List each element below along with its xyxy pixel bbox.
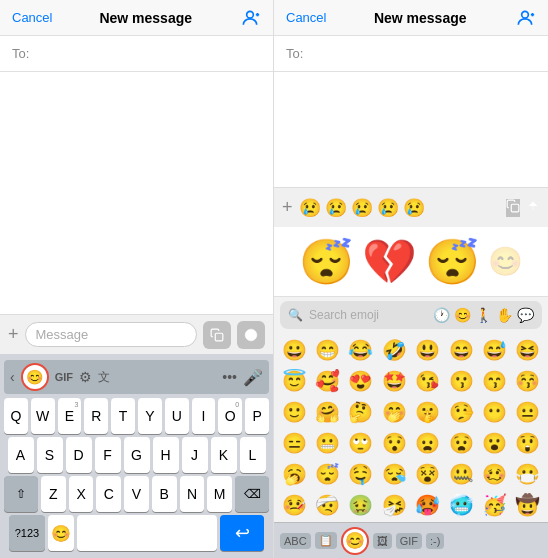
emoji-cell[interactable]: 🤠	[512, 490, 544, 520]
emoji-cell[interactable]: 😄	[445, 335, 477, 365]
right-cancel-button[interactable]: Cancel	[286, 10, 326, 25]
emoji-cell[interactable]: 🤥	[445, 397, 477, 427]
key-o[interactable]: O0	[218, 398, 242, 434]
chat-icon[interactable]: 💬	[517, 307, 534, 323]
key-e[interactable]: E3	[58, 398, 82, 434]
people-icon[interactable]: 🚶	[475, 307, 492, 323]
emoji-cell[interactable]: 😘	[412, 366, 444, 396]
emoji-cell[interactable]: 😷	[512, 459, 544, 489]
emoji-cell[interactable]: 😧	[445, 428, 477, 458]
key-m[interactable]: M	[207, 476, 232, 512]
back-button[interactable]: ‹	[10, 369, 15, 385]
key-k[interactable]: K	[211, 437, 237, 473]
emoji-bottom-active-button[interactable]: 😊	[341, 527, 369, 555]
translate-tool-button[interactable]: 文	[98, 369, 110, 386]
emoji-search-bar[interactable]: 🔍 Search emoji 🕐 😊 🚶 ✋ 💬	[280, 301, 542, 329]
key-z[interactable]: Z	[41, 476, 66, 512]
emoji-cell[interactable]: 😙	[478, 366, 510, 396]
emoji-cell[interactable]: 🤩	[378, 366, 410, 396]
emoji-cell[interactable]: 🤣	[378, 335, 410, 365]
emoji-cell[interactable]: 😶	[478, 397, 510, 427]
left-cancel-button[interactable]: Cancel	[12, 10, 52, 25]
emoji-cell[interactable]: 🤗	[311, 397, 343, 427]
emoji-cell[interactable]: 🤭	[378, 397, 410, 427]
emoji-cell[interactable]: 😪	[378, 459, 410, 489]
emoji-cell[interactable]: 😑	[278, 428, 310, 458]
key-i[interactable]: I	[192, 398, 216, 434]
left-copy-button[interactable]	[203, 321, 231, 349]
text-emoji-button[interactable]: :-)	[426, 533, 444, 549]
key-q[interactable]: Q	[4, 398, 28, 434]
featured-emoji-2[interactable]: 💔	[362, 240, 417, 284]
gif-tool-button[interactable]: GIF	[55, 371, 73, 383]
emoji-cell[interactable]: 🤔	[345, 397, 377, 427]
emoji-tool-button[interactable]: 😊	[21, 363, 49, 391]
key-d[interactable]: D	[66, 437, 92, 473]
emoji-cell[interactable]: 😂	[345, 335, 377, 365]
emoji-plus-button[interactable]: +	[282, 197, 293, 218]
gif-bottom-button[interactable]: GIF	[396, 533, 422, 549]
emoji-suggestion-2[interactable]: 😢	[325, 197, 347, 219]
emoji-cell[interactable]: 😆	[512, 335, 544, 365]
key-y[interactable]: Y	[138, 398, 162, 434]
emoji-cell[interactable]: 🤒	[278, 490, 310, 520]
mic-button[interactable]: 🎤	[243, 368, 263, 387]
key-c[interactable]: C	[96, 476, 121, 512]
emoji-cell[interactable]: 🥴	[478, 459, 510, 489]
key-b[interactable]: B	[152, 476, 177, 512]
key-f[interactable]: F	[95, 437, 121, 473]
emoji-cell[interactable]: 🤧	[378, 490, 410, 520]
left-message-input[interactable]: Message	[25, 322, 197, 347]
right-contact-icon[interactable]	[514, 7, 536, 29]
key-u[interactable]: U	[165, 398, 189, 434]
key-shift[interactable]: ⇧	[4, 476, 38, 512]
emoji-cell[interactable]: 😗	[445, 366, 477, 396]
emoji-suggestion-1[interactable]: 😢	[299, 197, 321, 219]
key-h[interactable]: H	[153, 437, 179, 473]
featured-emoji-3[interactable]: 😴	[425, 240, 480, 284]
emoji-cell[interactable]: 😃	[412, 335, 444, 365]
emoji-cell[interactable]: 🥰	[311, 366, 343, 396]
emoji-cell[interactable]: 😲	[512, 428, 544, 458]
emoji-cell[interactable]: 🙄	[345, 428, 377, 458]
key-g[interactable]: G	[124, 437, 150, 473]
emoji-cell[interactable]: 😴	[311, 459, 343, 489]
abc-button[interactable]: ABC	[280, 533, 311, 549]
emoji-cell[interactable]: 🥶	[445, 490, 477, 520]
emoji-cell[interactable]: 🥳	[478, 490, 510, 520]
key-x[interactable]: X	[69, 476, 94, 512]
right-copy-button[interactable]	[506, 199, 520, 217]
emoji-cell[interactable]: 😇	[278, 366, 310, 396]
emoji-search-input[interactable]: Search emoji	[309, 308, 427, 322]
featured-emoji-1[interactable]: 😴	[299, 240, 354, 284]
emoji-cell[interactable]: 🤐	[445, 459, 477, 489]
key-n[interactable]: N	[180, 476, 205, 512]
emoji-cell[interactable]: 🥵	[412, 490, 444, 520]
emoji-cell[interactable]: 😯	[378, 428, 410, 458]
emoji-cell[interactable]: 😐	[512, 397, 544, 427]
emoji-cell[interactable]: 😮	[478, 428, 510, 458]
key-j[interactable]: J	[182, 437, 208, 473]
key-l[interactable]: L	[240, 437, 266, 473]
emoji-cell[interactable]: 🤫	[412, 397, 444, 427]
key-space[interactable]	[77, 515, 217, 551]
emoji-suggestion-5[interactable]: 😢	[403, 197, 425, 219]
emoji-cell[interactable]: 🤕	[311, 490, 343, 520]
key-v[interactable]: V	[124, 476, 149, 512]
clipboard-bottom-button[interactable]: 📋	[315, 532, 337, 549]
key-p[interactable]: P	[245, 398, 269, 434]
key-w[interactable]: W	[31, 398, 55, 434]
emoji-cell[interactable]: 🤢	[345, 490, 377, 520]
hand-icon[interactable]: ✋	[496, 307, 513, 323]
emoji-cell[interactable]: 😵	[412, 459, 444, 489]
emoji-cell[interactable]: 🙂	[278, 397, 310, 427]
key-a[interactable]: A	[8, 437, 34, 473]
sticker-bottom-button[interactable]: 🖼	[373, 533, 392, 549]
left-voice-button[interactable]	[237, 321, 265, 349]
emoji-cell[interactable]: 😦	[412, 428, 444, 458]
emoji-cell[interactable]: 😅	[478, 335, 510, 365]
left-plus-button[interactable]: +	[8, 324, 19, 345]
key-enter[interactable]: ↩	[220, 515, 264, 551]
recent-icon[interactable]: 🕐	[433, 307, 450, 323]
emoji-cell[interactable]: 😍	[345, 366, 377, 396]
